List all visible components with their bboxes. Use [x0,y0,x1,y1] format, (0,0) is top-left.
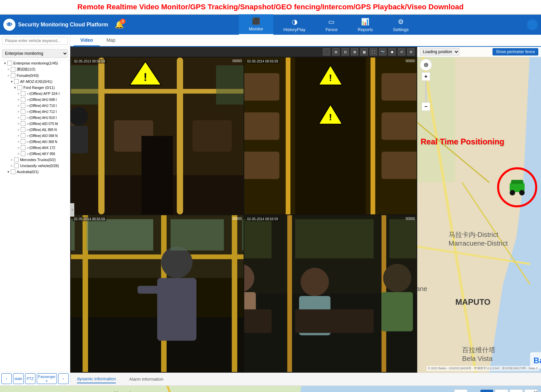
enterprise-dropdown[interactable]: Enterprise monitoring [2,49,68,58]
toggle-ahj712[interactable]: + [16,110,21,114]
tree-aid075[interactable]: + ↩ (Offline) AID 075 M [0,121,70,127]
record-btn[interactable]: ⏺ [388,48,396,55]
cb-aki368[interactable] [21,139,25,144]
toggle-aio068[interactable]: + [16,134,21,138]
user-avatar[interactable]: 👤 [527,19,538,30]
cb-ahj712[interactable] [21,109,25,114]
tree-ahj810[interactable]: + ↩ (Offline) AHJ 810 I [0,115,70,121]
tree-aio068[interactable]: + ↩ (Offline) AIO 068 N [0,133,70,139]
cb-ahj698[interactable] [21,97,25,102]
toggle-ahj810[interactable]: + [16,116,21,120]
compass-icon[interactable]: ⊕ [420,59,432,71]
grid-9-btn[interactable]: ⊟ [342,48,349,55]
top-banner: Remote Realtime Video Monitor/GPS Tracki… [0,0,541,15]
toggle-ahj710[interactable]: + [16,104,21,108]
tab-video[interactable]: Video [74,35,100,46]
draw-shape-btn[interactable] [510,389,523,392]
toggle-ahj698[interactable]: + [16,98,21,102]
ptz-btn[interactable]: PTZ [25,373,35,384]
grid-custom-btn[interactable]: ▦ [360,48,368,55]
cb-forsafe[interactable] [11,73,15,78]
expand-btn[interactable]: › [58,373,69,384]
draw-circle-btn[interactable] [495,389,508,392]
tree-afp324[interactable]: + ↩ (Offline) AFP 324 I [0,91,70,97]
toggle-akk172[interactable]: + [16,146,21,150]
toggle-fordranger[interactable]: ▼ [13,86,17,90]
nav-settings[interactable]: ⚙ Settings [383,14,419,35]
cb-test[interactable] [11,67,15,72]
cb-aky956[interactable] [21,151,25,156]
fullscreen-btn[interactable]: ⛶ [370,48,377,55]
cb-aid075[interactable] [21,121,25,126]
snapshot-btn[interactable]: 📷 [379,48,386,55]
cb-afp324[interactable] [21,91,25,96]
toggle-mercedes[interactable]: + [9,158,14,162]
nav-monitor[interactable]: ⬛ Monitor [239,14,273,35]
passenger-btn[interactable]: Passenger c [37,373,57,384]
toggle-aki368[interactable]: + [16,140,21,144]
cb-ahj710[interactable] [21,103,25,108]
delete-fence-button[interactable]: 🗑 [454,389,467,392]
nav-fence[interactable]: ▭ Fence [315,14,348,35]
cb-enterprise[interactable] [7,61,12,66]
map-background: 莫安巴 Moamba MAPUTO 马拉卡内-District Marracue… [417,47,541,373]
toggle-ail885[interactable]: + [16,128,21,132]
toggle-afp324[interactable]: + [16,92,21,96]
tree-afmoz[interactable]: ▼ AF-MOZ-EXE(0/41) [0,79,70,85]
tab-map[interactable]: Map [100,35,122,46]
tab-dynamic-info[interactable]: dynamic information [77,375,116,383]
state-btn[interactable]: state [13,373,24,384]
zoom-out-btn[interactable]: − [422,102,430,111]
close-button[interactable]: ✕ [533,389,538,392]
state-button[interactable]: ‹ [1,373,12,384]
cb-australia[interactable] [11,169,15,174]
grid-16-btn[interactable]: ⊠ [351,48,358,55]
tree-ahj712[interactable]: + ↩ (Offline) AHJ 712 I [0,109,70,115]
collapse-arrow[interactable]: ‹ [70,203,74,217]
tree-ahj698[interactable]: + ↩ (Offline) AHJ 698 I [0,97,70,103]
tree-test[interactable]: + 测试组(1/2) [0,66,70,73]
tree-unclassify[interactable]: + Unclassify vehicle(0/28) [0,163,70,169]
zoom-in-btn[interactable]: + [422,72,430,81]
tree-fordranger[interactable]: ▼ Ford Ranger (0/11) [0,85,70,91]
nav-historyplay[interactable]: ◑ HistoryPlay [273,14,315,35]
tab-alarm-info[interactable]: Alarm information [129,375,163,383]
toggle-enterprise[interactable]: ▼ [3,61,7,65]
tree-ail885[interactable]: + ↩ (Offline) AIL 885 N [0,127,70,133]
notification-bell[interactable]: 🔔 8 [115,20,124,29]
tree-akk172[interactable]: + ↩ (Offline) AKK 172 [0,145,70,151]
toggle-australia[interactable]: ▼ [6,170,11,174]
show-perimeter-fence-button[interactable]: Show perimeter fence [492,48,538,55]
toggle-test[interactable]: + [6,68,11,71]
svg-rect-60 [295,219,374,258]
toggle-aid075[interactable]: + [16,122,21,126]
tree-aki368[interactable]: + ↩ (Offline) AKI 368 N [0,139,70,145]
refresh-btn[interactable]: ↺ [398,48,405,55]
grid-4-btn[interactable]: ⊞ [332,48,340,55]
cb-ail885[interactable] [21,127,25,132]
toggle-afmoz[interactable]: ▼ [9,80,14,84]
tree-aky956[interactable]: + ↩ (Offline) AKY 956 [0,151,70,157]
settings-video-btn[interactable]: ⚙ [407,48,415,55]
cb-unclassify[interactable] [14,163,19,168]
nav-reports[interactable]: 📊 Reports [348,14,383,35]
map-copyright: © 2022 Baidu · GS(2021)6026号 · 甲测资字11111… [427,366,539,371]
toggle-forsafe[interactable]: + [6,74,11,78]
tree-australia[interactable]: ▼ Australia(0/1) [0,169,70,175]
grid-1-btn[interactable]: ⬛ [323,48,330,55]
cb-aio068[interactable] [21,133,25,138]
cb-ahj810[interactable] [21,115,25,120]
tree-mercedes[interactable]: + Mercedes Trucks(0/2) [0,157,70,163]
tree-ahj710[interactable]: + ↩ (Offline) AHJ 710 I [0,103,70,109]
cb-mercedes[interactable] [14,157,19,162]
cb-fordranger[interactable] [17,85,22,90]
draw-polygon-btn[interactable] [480,389,493,392]
loading-position-select[interactable]: Loading position [420,48,459,55]
tree-forsafe[interactable]: + Forsafe(0/43) [0,73,70,79]
cb-afmoz[interactable] [14,79,19,84]
toggle-unclassify[interactable]: + [9,164,14,168]
cb-akk172[interactable] [21,145,25,150]
toggle-aky956[interactable]: + [16,152,21,156]
search-input[interactable] [2,37,68,45]
tree-enterprise[interactable]: ▼ Enterprise monitoring(1/45) [0,60,70,66]
